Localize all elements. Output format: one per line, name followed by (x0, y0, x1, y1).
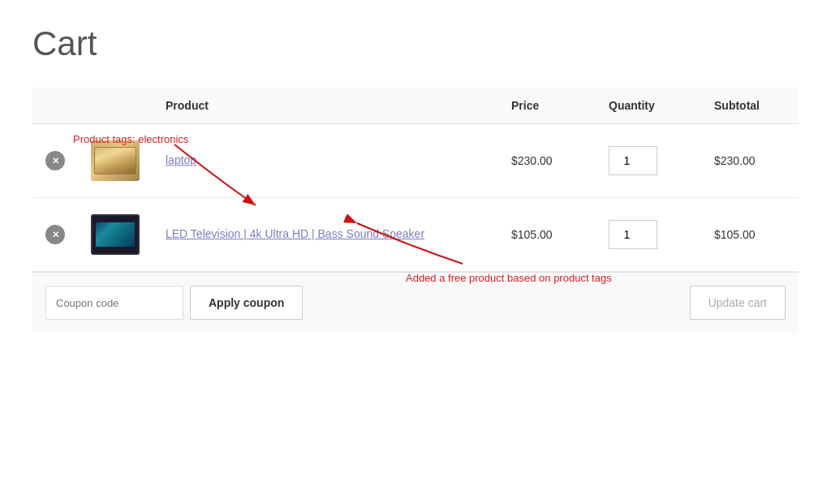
update-cart-button[interactable]: Update cart (690, 286, 786, 320)
product-name-cell: LED Television | 4k Ultra HD | Bass Soun… (153, 198, 498, 272)
subtotal-cell: $105.00 (701, 198, 799, 272)
cart-table-wrapper: Product tags: electronics Product Price … (32, 88, 799, 333)
quantity-input[interactable] (609, 146, 657, 175)
product-tags-annotation: Product tags: electronics (73, 133, 188, 145)
remove-button[interactable] (45, 225, 65, 244)
apply-coupon-button[interactable]: Apply coupon (190, 286, 303, 320)
cart-table: Product Price Quantity Subtotal laptop $… (32, 88, 799, 272)
header-subtotal: Subtotal (701, 88, 799, 124)
product-link[interactable]: LED Television | 4k Ultra HD | Bass Soun… (166, 226, 424, 243)
page-title: Cart (32, 24, 799, 63)
header-remove (32, 88, 78, 124)
remove-cell (32, 198, 78, 272)
coupon-input[interactable] (45, 286, 183, 320)
remove-cell (32, 124, 78, 198)
header-price: Price (498, 88, 596, 124)
product-image (91, 214, 140, 255)
price-cell: $105.00 (498, 198, 596, 272)
cart-table-header: Product Price Quantity Subtotal (32, 88, 799, 124)
quantity-cell (596, 124, 701, 198)
header-quantity: Quantity (596, 88, 701, 124)
image-cell (78, 198, 153, 272)
header-product: Product (153, 88, 498, 124)
product-link[interactable]: laptop (166, 153, 196, 169)
quantity-input[interactable] (609, 220, 657, 249)
subtotal-cell: $230.00 (701, 124, 799, 198)
remove-button[interactable] (45, 151, 65, 170)
product-name-cell: laptop (153, 124, 498, 198)
price-cell: $230.00 (498, 124, 596, 198)
free-product-annotation: Added a free product based on product ta… (406, 272, 612, 284)
header-image (78, 88, 153, 124)
cart-actions-bar: Apply coupon Added a free product based … (32, 272, 799, 333)
product-image (91, 140, 140, 181)
table-row: LED Television | 4k Ultra HD | Bass Soun… (32, 198, 799, 272)
quantity-cell (596, 198, 701, 272)
